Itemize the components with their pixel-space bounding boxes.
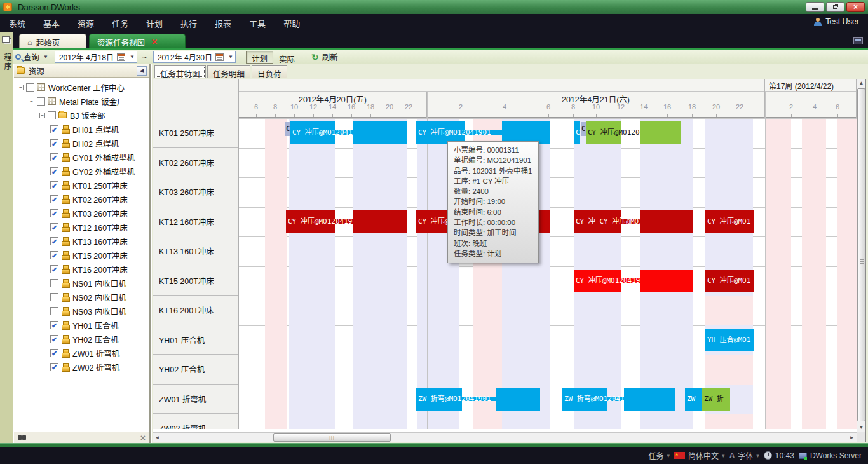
scroll-left-icon[interactable]: ◄ bbox=[153, 433, 162, 442]
tree-item-checkbox[interactable]: ✔ bbox=[50, 153, 58, 161]
horizontal-scrollbar[interactable]: ◄ ||| ► bbox=[153, 432, 857, 442]
view-tab-任务甘特图[interactable]: 任务甘特图 bbox=[154, 65, 206, 78]
tree-item-checkbox[interactable] bbox=[48, 111, 56, 119]
status-item-clipboard[interactable]: 任务▾ bbox=[646, 450, 670, 461]
tree-item[interactable]: ✔DH02 点焊机 bbox=[14, 136, 149, 150]
tree-item-checkbox[interactable]: ✔ bbox=[50, 349, 58, 357]
gantt-task-bar[interactable]: ZW 折 bbox=[702, 388, 730, 411]
scroll-down-icon[interactable]: ▼ bbox=[857, 423, 865, 432]
status-item-clock[interactable]: 10:43 bbox=[764, 451, 794, 460]
tree-item-checkbox[interactable] bbox=[50, 307, 58, 315]
tree-item[interactable]: NS02 内收口机 bbox=[14, 290, 149, 304]
query-button[interactable]: 查询 ▼ bbox=[15, 51, 48, 63]
binoculars-icon[interactable] bbox=[18, 435, 22, 440]
gantt-task-bar[interactable] bbox=[640, 210, 693, 233]
vertical-scrollbar[interactable]: ▲ ▼ bbox=[857, 79, 865, 432]
tree-item[interactable]: ✔ZW01 折弯机 bbox=[14, 346, 149, 360]
tree-item-checkbox[interactable] bbox=[50, 279, 58, 287]
scroll-right-icon[interactable]: ► bbox=[847, 433, 857, 442]
expand-collapse-icon[interactable]: − bbox=[39, 113, 45, 118]
menu-item-计划[interactable]: 计划 bbox=[137, 17, 172, 29]
tree-item[interactable]: ✔KT13 160T冲床 bbox=[14, 234, 149, 248]
menu-item-报表[interactable]: 报表 bbox=[206, 17, 240, 29]
date-to-picker[interactable]: 2012年 4月30日 ▼ bbox=[153, 51, 236, 63]
expand-collapse-icon[interactable]: − bbox=[29, 99, 34, 104]
view-tab-任务明细[interactable]: 任务明细 bbox=[207, 65, 250, 78]
vertical-scroll-thumb[interactable] bbox=[857, 88, 865, 421]
gantt-task-bar[interactable]: CY 冲 CY 冲压@MO12041904 bbox=[574, 210, 621, 233]
tree-item[interactable]: ✔KT16 200T冲床 bbox=[14, 262, 149, 276]
gantt-task-bar[interactable]: CY 冲压@MO12041903 bbox=[574, 270, 621, 292]
gantt-task-bar[interactable] bbox=[353, 210, 407, 233]
menu-item-系统[interactable]: 系统 bbox=[0, 17, 34, 29]
gantt-task-bar[interactable]: ZW 折弯@MO12041901 bbox=[562, 388, 607, 411]
tree-item[interactable]: NS03 内收口机 bbox=[14, 304, 149, 318]
tree-item-checkbox[interactable] bbox=[50, 293, 58, 301]
close-button[interactable]: × bbox=[846, 2, 865, 12]
tree-item-checkbox[interactable]: ✔ bbox=[50, 321, 58, 329]
tree-item[interactable]: −WorkCenter 工作中心 bbox=[14, 80, 149, 94]
gantt-task-chip[interactable]: C bbox=[581, 122, 586, 136]
tree-item-checkbox[interactable]: ✔ bbox=[50, 251, 58, 259]
clear-filter-icon[interactable]: × bbox=[140, 433, 146, 442]
tree-item[interactable]: ✔GY01 外桶成型机 bbox=[14, 150, 149, 164]
actual-toggle-button[interactable]: 实际 bbox=[273, 51, 301, 64]
menu-item-执行[interactable]: 执行 bbox=[172, 17, 206, 29]
tree-item[interactable]: ✔YH01 压合机 bbox=[14, 318, 149, 332]
gantt-task-bar[interactable] bbox=[624, 388, 675, 411]
tree-item-checkbox[interactable]: ✔ bbox=[50, 237, 58, 245]
gantt-task-chip[interactable]: C bbox=[285, 122, 290, 136]
menu-item-资源[interactable]: 资源 bbox=[69, 17, 103, 29]
gantt-task-bar[interactable]: CY 冲压@MO1 bbox=[705, 270, 754, 292]
tree-item[interactable]: ✔YH02 压合机 bbox=[14, 332, 149, 346]
view-tab-日负荷[interactable]: 日负荷 bbox=[252, 65, 287, 78]
pages-icon[interactable] bbox=[2, 36, 10, 43]
status-item-font[interactable]: A字体▾ bbox=[729, 450, 759, 461]
collapse-panel-button[interactable]: ◀ bbox=[137, 66, 147, 76]
tree-item[interactable]: ✔ZW02 折弯机 bbox=[14, 360, 149, 374]
tab-close-icon[interactable]: ✕ bbox=[151, 38, 158, 46]
gantt-task-bar[interactable]: ZW 折弯@MO12041901 bbox=[416, 388, 462, 411]
menu-item-任务[interactable]: 任务 bbox=[103, 17, 137, 29]
gantt-task-bar[interactable]: CY 冲压@MO12041902 bbox=[586, 121, 621, 144]
tree-item[interactable]: ✔KT12 160T冲床 bbox=[14, 220, 149, 234]
tree-item-checkbox[interactable]: ✔ bbox=[50, 265, 58, 273]
tree-item[interactable]: ✔KT15 200T冲床 bbox=[14, 248, 149, 262]
expand-collapse-icon[interactable]: − bbox=[18, 85, 24, 90]
gantt-task-bar[interactable] bbox=[640, 121, 681, 144]
menu-item-帮助[interactable]: 帮助 bbox=[275, 17, 309, 29]
gantt-task-bar[interactable] bbox=[353, 121, 407, 144]
tree-item-checkbox[interactable]: ✔ bbox=[50, 181, 58, 189]
tree-item[interactable]: NS01 内收口机 bbox=[14, 276, 149, 290]
scroll-up-icon[interactable]: ▲ bbox=[857, 79, 865, 88]
gantt-task-bar[interactable]: YH 压合@MO1 bbox=[705, 329, 754, 351]
tree-item[interactable]: ✔KT02 260T冲床 bbox=[14, 192, 149, 206]
gantt-task-bar[interactable]: CY 冲压@MO1 bbox=[705, 210, 754, 233]
gantt-task-bar[interactable]: ZW bbox=[685, 388, 702, 411]
tree-item-checkbox[interactable] bbox=[26, 83, 34, 92]
tree-item-checkbox[interactable]: ✔ bbox=[50, 139, 58, 147]
tree-item[interactable]: ✔DH01 点焊机 bbox=[14, 122, 149, 136]
date-from-picker[interactable]: 2012年 4月18日 ▼ bbox=[55, 51, 137, 63]
gantt-task-bar[interactable]: CY 冲压@MO12041904 bbox=[286, 210, 335, 233]
gantt-task-bar[interactable]: C bbox=[574, 121, 580, 144]
tree-item[interactable]: ✔KT01 250T冲床 bbox=[14, 178, 149, 192]
tree-item-checkbox[interactable]: ✔ bbox=[50, 209, 58, 217]
tree-item-checkbox[interactable]: ✔ bbox=[50, 195, 58, 203]
restore-button[interactable] bbox=[826, 2, 844, 12]
menu-item-工具[interactable]: 工具 bbox=[240, 17, 275, 29]
tree-item[interactable]: ✔GY02 外桶成型机 bbox=[14, 164, 149, 178]
tree-item-checkbox[interactable]: ✔ bbox=[50, 167, 58, 175]
status-item-server[interactable]: DWorks Server bbox=[799, 451, 862, 460]
tree-item-checkbox[interactable]: ✔ bbox=[50, 335, 58, 343]
status-item-flag[interactable]: ★简体中文▾ bbox=[674, 450, 725, 461]
tree-item-checkbox[interactable]: ✔ bbox=[50, 125, 58, 133]
refresh-button[interactable]: ↻ 刷新 bbox=[311, 51, 338, 63]
tree-item[interactable]: ✔KT03 260T冲床 bbox=[14, 206, 149, 220]
tree-item-checkbox[interactable]: ✔ bbox=[50, 363, 58, 371]
window-list-icon[interactable] bbox=[853, 37, 863, 44]
tree-item[interactable]: −Metal Plate 钣金厂 bbox=[14, 94, 149, 108]
minimize-button[interactable] bbox=[806, 2, 824, 12]
gantt-task-bar[interactable] bbox=[496, 388, 540, 411]
tree-item-checkbox[interactable]: ✔ bbox=[50, 223, 58, 231]
